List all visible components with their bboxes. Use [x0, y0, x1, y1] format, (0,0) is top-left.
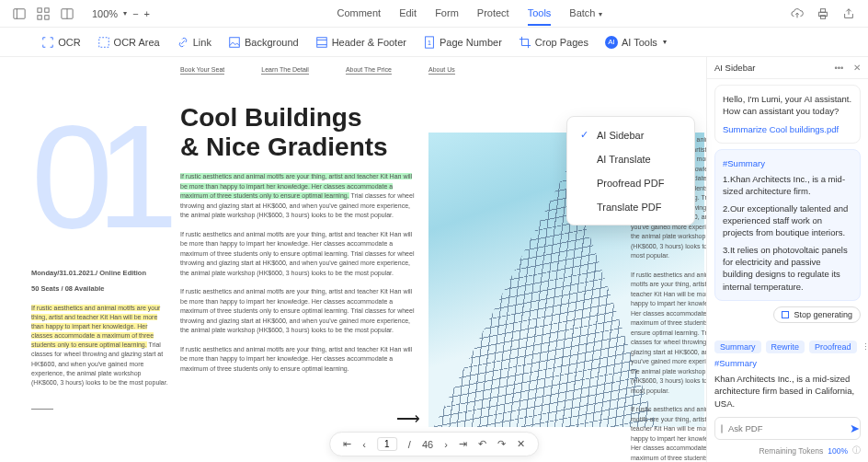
checkbox-icon[interactable] [721, 424, 723, 433]
body-column: If rustic aesthetics and animal motifs a… [180, 172, 419, 383]
crop-pages-button[interactable]: Crop Pages [513, 33, 594, 52]
rotate-right-icon[interactable]: ↷ [497, 438, 506, 450]
prev-page-icon[interactable]: ‹ [362, 439, 366, 450]
link-button[interactable]: Link [171, 33, 217, 52]
print-icon[interactable] [815, 6, 831, 22]
page-total: 46 [422, 439, 433, 450]
chevron-down-icon[interactable]: ▾ [123, 9, 127, 17]
nav-learn[interactable]: Learn The Detail [261, 66, 309, 75]
chip-rewrite[interactable]: Rewrite [766, 341, 805, 353]
toolbar-right [789, 6, 857, 22]
heading-line-1: Cool Buildings [180, 103, 388, 133]
nav-book[interactable]: Book Your Seat [180, 66, 224, 75]
token-status: Remaining Tokens 100% ⓘ [707, 442, 868, 462]
menu-ai-sidebar[interactable]: ✓AI Sidebar [567, 122, 694, 147]
ocr-icon [41, 36, 54, 49]
send-icon[interactable]: ➤ [850, 422, 860, 435]
info-icon[interactable]: ⓘ [852, 445, 861, 456]
ocr-area-label: OCR Area [114, 37, 160, 48]
check-icon: ✓ [580, 129, 589, 141]
menu-translate-pdf[interactable]: Translate PDF [567, 195, 694, 219]
tab-form[interactable]: Form [435, 2, 459, 26]
header-footer-label: Header & Footer [332, 37, 406, 48]
body-p3: If rustic aesthetics and animal motifs a… [180, 287, 419, 336]
summarize-file-link[interactable]: Summarize Cool buildings.pdf [723, 123, 852, 135]
page-number-icon: 1 [423, 36, 436, 49]
chapter-nav: Book Your Seat Learn The Detail About Th… [180, 66, 706, 75]
zoom-value[interactable]: 100% [92, 8, 118, 19]
more-icon[interactable]: ••• [834, 63, 843, 73]
svg-rect-4 [38, 15, 41, 18]
menu-proofread-pdf[interactable]: Proofread PDF [567, 171, 694, 195]
sidebar-column: Monday/31.01.2021./ Online Edition 50 Se… [31, 269, 169, 387]
menu-translate-pdf-label: Translate PDF [597, 202, 662, 213]
tab-protect[interactable]: Protect [477, 2, 509, 26]
tab-comment[interactable]: Comment [337, 2, 381, 26]
page-heading: Cool Buildings & Nice Gradients [180, 103, 388, 162]
summary-item-2: 2.Our exceptionally talented and experie… [723, 202, 852, 239]
page-input[interactable] [377, 437, 397, 451]
ai-sidebar-header: AI Sidebar ••• ✕ [707, 57, 868, 79]
header-footer-button[interactable]: Header & Footer [310, 33, 412, 52]
col3-p2: If rustic aesthetics and animal motifs a… [631, 271, 706, 397]
svg-rect-0 [14, 8, 25, 18]
next-arrow-icon[interactable]: ⟶ [396, 409, 420, 429]
menu-ai-sidebar-label: AI Sidebar [597, 130, 644, 141]
chip-summary[interactable]: Summary [714, 341, 761, 353]
ai-tools-menu: ✓AI Sidebar AI Translate Proofread PDF T… [566, 116, 695, 225]
share-icon[interactable] [840, 6, 857, 22]
body-p2: If rustic aesthetics and animal motifs a… [180, 230, 419, 279]
close-icon[interactable]: ✕ [853, 63, 861, 73]
nav-price[interactable]: About The Price [346, 66, 392, 75]
svg-text:1: 1 [428, 39, 431, 45]
tab-batch-label: Batch [569, 7, 595, 18]
chip-more-icon[interactable]: ⋮ [862, 342, 868, 352]
meta-date: Monday/31.01.2021./ Online Edition [31, 269, 169, 279]
zoom-in-button[interactable]: + [144, 8, 150, 19]
cloud-upload-icon[interactable] [789, 6, 805, 22]
ask-pdf-input[interactable] [728, 423, 844, 433]
greeting-text: Hello, I'm Lumi, your AI assistant. How … [723, 93, 852, 118]
ai-tools-button[interactable]: AIAI Tools▾ [600, 33, 672, 52]
body-p4: If rustic aesthetics and animal motifs a… [180, 345, 419, 375]
highlight-yellow: If rustic aesthetics and animal motifs a… [31, 305, 160, 349]
background-icon [228, 36, 241, 49]
chip-proofread[interactable]: Proofread [809, 341, 857, 353]
tab-tools[interactable]: Tools [528, 2, 552, 26]
tab-batch[interactable]: Batch ▾ [569, 2, 601, 26]
svg-rect-2 [38, 7, 41, 11]
svg-rect-12 [230, 37, 240, 47]
summary-hash: #Summary [723, 157, 852, 169]
ai-greeting: Hello, I'm Lumi, your AI assistant. How … [714, 85, 861, 144]
first-page-icon[interactable]: ⇤ [343, 438, 351, 450]
ask-pdf-input-row: ➤ [714, 417, 861, 440]
next-page-icon[interactable]: › [444, 439, 448, 450]
crop-pages-label: Crop Pages [535, 37, 588, 48]
svg-rect-13 [316, 37, 326, 47]
page-navigator: ⇤ ‹ / 46 › ⇥ ↶ ↷ ✕ [329, 432, 539, 456]
split-view-icon[interactable] [59, 6, 75, 22]
zoom-out-button[interactable]: − [132, 8, 138, 19]
chevron-down-icon: ▾ [599, 10, 602, 18]
rotate-left-icon[interactable]: ↶ [478, 438, 486, 450]
link-icon [177, 36, 189, 49]
header-footer-icon [315, 36, 328, 49]
close-nav-icon[interactable]: ✕ [517, 438, 525, 450]
sidebar-toggle-icon[interactable] [11, 6, 28, 22]
chevron-down-icon: ▾ [663, 38, 667, 46]
svg-rect-5 [45, 15, 49, 18]
link-label: Link [193, 37, 211, 48]
page-number-label: Page Number [440, 37, 502, 48]
background-button[interactable]: Background [223, 33, 304, 52]
last-page-icon[interactable]: ⇥ [459, 438, 467, 450]
stop-generating-button[interactable]: Stop generating [773, 306, 861, 323]
ocr-area-icon [97, 36, 110, 49]
tab-edit[interactable]: Edit [399, 2, 417, 26]
page-number-button[interactable]: 1Page Number [417, 33, 508, 52]
menu-ai-translate[interactable]: AI Translate [567, 147, 694, 171]
grid-view-icon[interactable] [35, 6, 51, 22]
ocr-button[interactable]: OCR [36, 33, 86, 52]
nav-about[interactable]: About Us [428, 66, 455, 75]
ocr-area-button[interactable]: OCR Area [92, 33, 166, 52]
tools-ribbon: OCR OCR Area Link Background Header & Fo… [0, 28, 868, 57]
